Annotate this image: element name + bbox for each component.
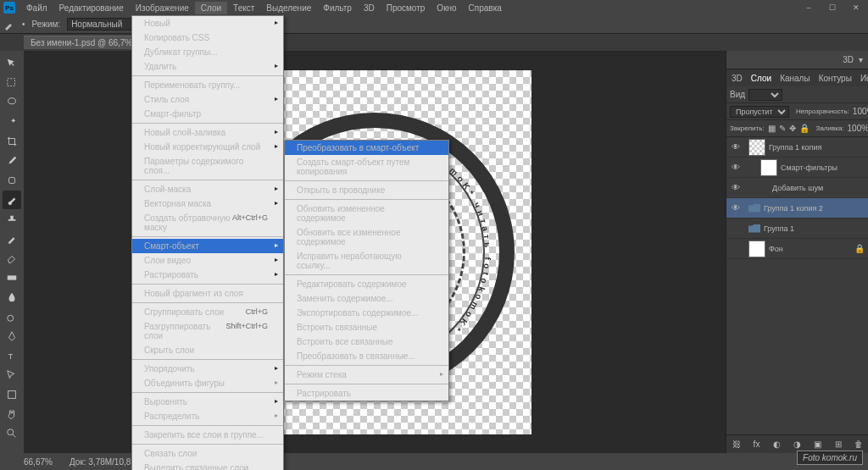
mode-select[interactable]: Нормальный xyxy=(67,18,133,30)
visibility-icon[interactable] xyxy=(730,223,742,235)
visibility-icon[interactable] xyxy=(730,243,742,255)
shape-tool[interactable] xyxy=(3,385,21,404)
adjustment-icon[interactable]: ◑ xyxy=(792,439,804,451)
stamp-tool[interactable] xyxy=(3,210,21,229)
menu-window[interactable]: Окно xyxy=(431,2,462,14)
lock-all-icon[interactable]: 🔒 xyxy=(799,124,810,133)
hand-tool[interactable] xyxy=(3,405,21,423)
menu-view[interactable]: Просмотр xyxy=(381,2,431,14)
zoom-tool[interactable] xyxy=(3,424,21,443)
menu-help[interactable]: Справка xyxy=(463,2,508,14)
wand-tool[interactable] xyxy=(3,113,21,131)
menu-item[interactable]: Слои видео xyxy=(132,253,283,268)
menu-item[interactable]: Скрыть слои xyxy=(132,343,283,357)
menu-item[interactable]: Слой-маска xyxy=(132,182,283,196)
menu-item[interactable]: Встроить все связанные xyxy=(285,335,448,349)
tab-history[interactable]: История xyxy=(860,74,868,83)
menu-item[interactable]: Дубликат группы... xyxy=(132,45,283,59)
menu-item[interactable]: Преобразовать в смарт-объект xyxy=(285,141,448,155)
marquee-tool[interactable] xyxy=(3,74,21,92)
window-close[interactable]: ✕ xyxy=(844,1,868,14)
kind-select[interactable] xyxy=(748,89,782,101)
tab-paths[interactable]: Контуры xyxy=(819,74,852,83)
panel-menu-icon[interactable]: ▾ xyxy=(859,55,863,64)
layers-menu: НовыйКопировать CSSДубликат группы...Уда… xyxy=(131,15,284,470)
menu-layers[interactable]: Слои xyxy=(195,2,227,14)
menu-item: Растрировать xyxy=(285,386,448,401)
mask-icon[interactable]: ◐ xyxy=(771,439,783,451)
new-layer-icon[interactable]: ⊞ xyxy=(832,439,844,451)
menu-item[interactable]: Выровнять xyxy=(132,395,283,409)
menu-item[interactable]: Закрепить все слои в группе... xyxy=(132,428,283,442)
menu-item[interactable]: Новый корректирующий слой xyxy=(132,140,283,154)
trash-icon[interactable]: 🗑 xyxy=(853,439,865,451)
opacity-value[interactable]: 100% xyxy=(853,107,868,116)
layers-list: 👁Группа 1 копия👁Смарт-фильтры👁Добавить ш… xyxy=(726,137,868,434)
menu-filter[interactable]: Фильтр xyxy=(317,2,358,14)
lock-transparent-icon[interactable]: ▦ xyxy=(768,124,776,133)
tab-layers[interactable]: Слои xyxy=(751,74,771,83)
fx-icon[interactable]: fx xyxy=(751,439,763,451)
visibility-icon[interactable]: 👁 xyxy=(730,182,742,194)
menu-edit[interactable]: Редактирование xyxy=(53,2,130,14)
zoom-status[interactable]: 66,67% xyxy=(24,457,53,467)
menu-item[interactable]: Разгруппировать слоиShift+Ctrl+G xyxy=(132,319,283,343)
menu-image[interactable]: Изображение xyxy=(130,2,195,14)
dodge-tool[interactable] xyxy=(3,307,21,326)
pen-tool[interactable] xyxy=(3,327,21,346)
crop-tool[interactable] xyxy=(3,132,21,151)
tab-channels[interactable]: Каналы xyxy=(780,74,810,83)
layer-thumb xyxy=(748,241,765,257)
menu-item[interactable]: Обновить все измененное содержимое xyxy=(285,225,448,249)
layer-row[interactable]: 👁Добавить шум xyxy=(726,178,868,198)
visibility-icon[interactable]: 👁 xyxy=(730,202,742,214)
eyedropper-tool[interactable] xyxy=(3,152,21,170)
path-tool[interactable] xyxy=(3,366,21,384)
menu-item[interactable]: Переименовать группу... xyxy=(132,78,283,92)
visibility-icon[interactable]: 👁 xyxy=(730,162,742,174)
layer-row[interactable]: Фон🔒 xyxy=(726,239,868,259)
layer-row[interactable]: 👁Группа 1 копия xyxy=(726,137,868,158)
type-tool[interactable]: T xyxy=(3,346,21,365)
menu-item: Смарт-фильтр xyxy=(132,107,283,121)
heal-tool[interactable] xyxy=(3,171,21,190)
visibility-icon[interactable]: 👁 xyxy=(730,141,742,153)
menu-item[interactable]: Векторная маска xyxy=(132,196,283,211)
menu-item[interactable]: Удалить xyxy=(132,59,283,74)
fill-value[interactable]: 100% xyxy=(848,124,868,133)
menu-item[interactable]: Новый слой-заливка xyxy=(132,125,283,140)
menu-item[interactable]: Новый xyxy=(132,16,283,30)
menu-item[interactable]: Сгруппировать слоиCtrl+G xyxy=(132,305,283,319)
menu-item[interactable]: Создать обтравочную маскуAlt+Ctrl+G xyxy=(132,211,283,235)
group-icon[interactable]: ▣ xyxy=(812,439,824,451)
menu-item[interactable]: Создать смарт-объект путем копирования xyxy=(285,155,448,179)
lasso-tool[interactable] xyxy=(3,93,21,112)
menu-item[interactable]: Упорядочить xyxy=(132,362,283,376)
menu-item[interactable]: Растрировать xyxy=(132,268,283,282)
window-minimize[interactable]: – xyxy=(797,1,821,14)
window-maximize[interactable]: ☐ xyxy=(821,1,844,14)
tab-3d[interactable]: 3D xyxy=(732,74,743,83)
layer-row[interactable]: 👁Группа 1 копия 2 xyxy=(726,198,868,218)
menu-item[interactable]: Копировать CSS xyxy=(132,30,283,45)
layer-row[interactable]: Группа 1 xyxy=(726,218,868,239)
menu-select[interactable]: Выделение xyxy=(260,2,317,14)
history-brush-tool[interactable] xyxy=(3,229,21,248)
menu-item[interactable]: Стиль слоя xyxy=(132,92,283,107)
blur-tool[interactable] xyxy=(3,288,21,307)
gradient-tool[interactable] xyxy=(3,268,21,287)
brush-tool[interactable] xyxy=(3,191,21,209)
blend-select[interactable]: Пропустить xyxy=(730,106,789,118)
menu-file[interactable]: Файл xyxy=(20,2,53,14)
lock-brush-icon[interactable]: ✎ xyxy=(779,124,786,133)
menu-text[interactable]: Текст xyxy=(227,2,260,14)
menu-3d[interactable]: 3D xyxy=(358,2,381,14)
3d-label: 3D xyxy=(843,55,854,64)
eraser-tool[interactable] xyxy=(3,249,21,268)
lock-move-icon[interactable]: ✥ xyxy=(789,124,796,133)
menu-item[interactable]: Смарт-объект xyxy=(132,239,283,253)
brush-preset[interactable]: • xyxy=(22,19,25,29)
link-icon[interactable]: ⛓ xyxy=(731,439,743,451)
layer-row[interactable]: 👁Смарт-фильтры xyxy=(726,158,868,178)
move-tool[interactable] xyxy=(3,54,21,73)
